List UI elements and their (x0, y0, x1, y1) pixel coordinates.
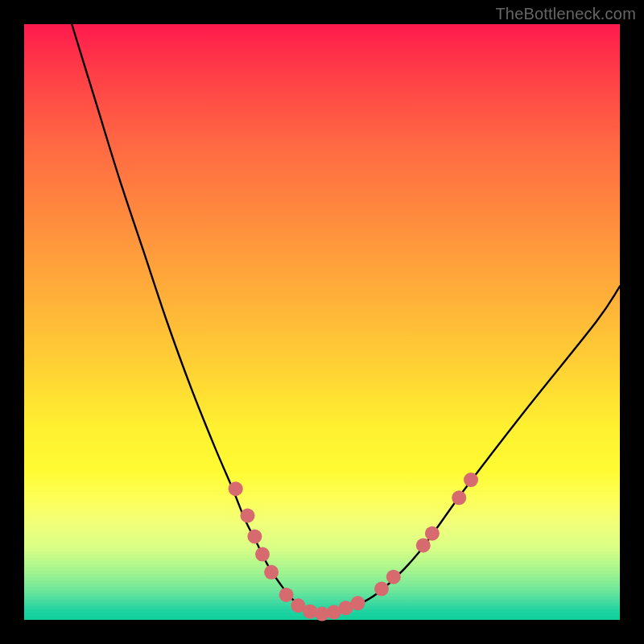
curve-dot-markers (229, 473, 478, 621)
curve-dot (350, 596, 365, 610)
curve-dot (255, 547, 270, 562)
curve-dot (229, 481, 243, 496)
curve-dot (303, 605, 317, 619)
curve-dot (374, 582, 389, 597)
attribution-text: TheBottleneck.com (495, 5, 636, 23)
curve-dot (264, 565, 279, 580)
curve-svg (24, 24, 620, 620)
curve-dot (464, 473, 478, 487)
curve-dot (416, 539, 431, 553)
curve-dot (247, 529, 262, 543)
curve-dot (452, 490, 466, 505)
curve-dot (241, 509, 255, 523)
curve-dot (425, 526, 440, 541)
plot-area (24, 24, 620, 620)
chart-frame: TheBottleneck.com (0, 0, 644, 644)
curve-dot (279, 588, 294, 602)
bottleneck-curve (72, 24, 620, 614)
curve-dot (386, 570, 401, 584)
